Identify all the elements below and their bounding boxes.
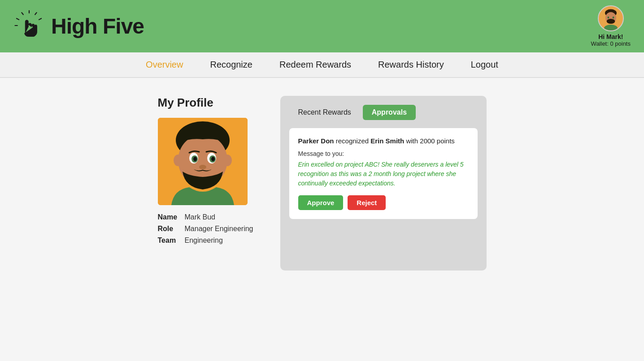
profile-avatar: [158, 118, 248, 205]
team-label: Team: [158, 236, 180, 245]
profile-title: My Profile: [158, 96, 213, 110]
header: High Five Hi Mark! Wallet: 0 points: [0, 0, 644, 52]
name-value: Mark Bud: [185, 213, 215, 221]
wallet-text: Wallet: 0 points: [591, 40, 631, 47]
svg-line-4: [17, 18, 19, 20]
profile-role-row: Role Manager Engineering: [158, 225, 253, 233]
avatar: [598, 5, 624, 31]
role-label: Role: [158, 225, 180, 233]
svg-point-9: [606, 19, 615, 24]
approve-button[interactable]: Approve: [298, 195, 344, 210]
svg-line-1: [35, 13, 37, 14]
nav-redeem-rewards[interactable]: Redeem Rewards: [279, 60, 351, 70]
name-label: Name: [158, 213, 180, 221]
approval-actions: Approve Reject: [298, 195, 469, 210]
nav-logout[interactable]: Logout: [471, 60, 498, 70]
svg-point-24: [199, 165, 206, 169]
user-info: Hi Mark! Wallet: 0 points: [591, 5, 631, 47]
approver-name: Parker Don: [298, 137, 334, 145]
svg-point-17: [223, 155, 232, 166]
reject-button[interactable]: Reject: [348, 195, 386, 210]
profile-name-row: Name Mark Bud: [158, 213, 253, 221]
nav-overview[interactable]: Overview: [146, 60, 183, 70]
navigation: Overview Recognize Redeem Rewards Reward…: [0, 52, 644, 78]
role-value: Manager Engineering: [185, 225, 253, 233]
svg-line-2: [39, 18, 41, 20]
profile-section: My Profile: [158, 96, 253, 271]
svg-point-10: [607, 17, 609, 19]
greeting-text: Hi Mark!: [598, 33, 623, 40]
svg-line-3: [22, 13, 23, 14]
approval-summary: Parker Don recognized Erin Smith with 20…: [298, 137, 469, 145]
team-value: Engineering: [185, 236, 223, 245]
profile-info: Name Mark Bud Role Manager Engineering T…: [158, 213, 253, 245]
profile-team-row: Team Engineering: [158, 236, 253, 245]
tabs: Recent Rewards Approvals: [289, 105, 478, 120]
message-label: Message to you:: [298, 150, 469, 157]
nav-recognize[interactable]: Recognize: [210, 60, 252, 70]
approval-card: Parker Don recognized Erin Smith with 20…: [289, 128, 478, 219]
recipient-name: Erin Smith: [370, 137, 404, 145]
svg-point-11: [613, 17, 614, 19]
svg-point-16: [174, 155, 183, 166]
approval-message: Erin excelled on project ABC! She really…: [298, 160, 469, 188]
rewards-panel: Recent Rewards Approvals Parker Don reco…: [280, 96, 487, 271]
tab-recent-rewards[interactable]: Recent Rewards: [289, 105, 360, 120]
main-content: My Profile: [0, 78, 644, 288]
svg-point-23: [211, 157, 215, 161]
tab-approvals[interactable]: Approvals: [363, 105, 416, 120]
nav-rewards-history[interactable]: Rewards History: [378, 60, 444, 70]
svg-point-22: [193, 157, 197, 161]
header-left: High Five: [13, 10, 144, 43]
app-title: High Five: [51, 14, 144, 39]
logo-icon: [13, 10, 45, 43]
